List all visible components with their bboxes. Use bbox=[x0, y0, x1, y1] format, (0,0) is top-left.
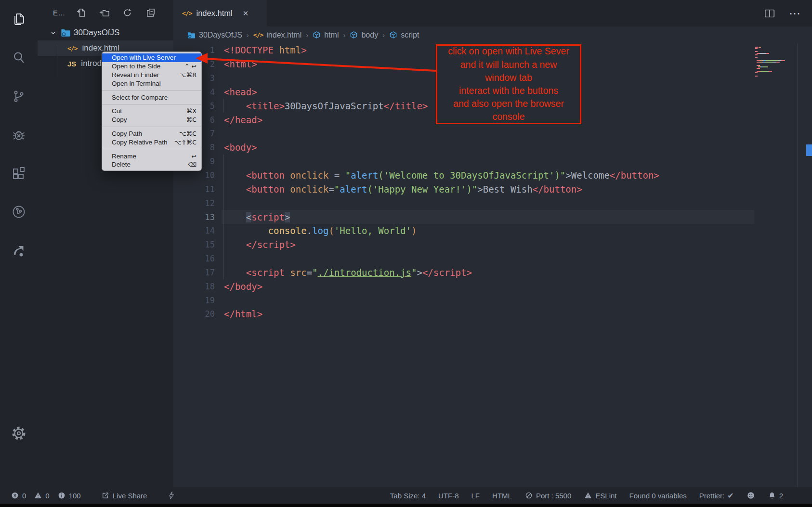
menu-item-rename[interactable]: Rename↩ bbox=[102, 152, 201, 160]
eol-setting[interactable]: LF bbox=[471, 492, 480, 500]
code-line-14[interactable]: 14 console.log('Hello, World') bbox=[173, 224, 812, 238]
line-number: 20 bbox=[173, 309, 215, 319]
menu-item-open-with-live-server[interactable]: Open with Live Server bbox=[102, 53, 201, 62]
code-line-9[interactable]: 9 bbox=[173, 155, 812, 169]
prettier-status[interactable]: Prettier: ✔ bbox=[699, 491, 734, 500]
folder-label: 30DaysOfJS bbox=[74, 28, 119, 38]
menu-item-reveal-in-finder[interactable]: Reveal in Finder⌥⌘R bbox=[102, 71, 201, 79]
explorer-icon[interactable] bbox=[0, 0, 38, 39]
feedback-smiley[interactable] bbox=[747, 491, 755, 500]
code-line-10[interactable]: 10 <button onclick = "alert('Welcome to … bbox=[173, 169, 812, 182]
eslint-status[interactable]: ESLint bbox=[584, 491, 616, 500]
breadcrumb: 30DaysOfJS › </> index.html › html › bod… bbox=[187, 26, 419, 43]
code-line-18[interactable]: 18</body> bbox=[173, 279, 812, 293]
collapse-folders-icon[interactable] bbox=[145, 8, 156, 18]
line-number: 18 bbox=[173, 282, 215, 291]
vscode-window: E… bbox=[0, 0, 812, 507]
symbol-cube-icon bbox=[350, 31, 358, 39]
code-line-17[interactable]: 17 <script src="./introduction.js"></scr… bbox=[173, 266, 812, 280]
breadcrumb-root[interactable]: 30DaysOfJS bbox=[187, 31, 242, 39]
line-number: 17 bbox=[173, 268, 215, 277]
breadcrumb-symbol-html[interactable]: html bbox=[313, 31, 339, 39]
settings-gear-icon[interactable] bbox=[0, 414, 38, 453]
warning-icon bbox=[584, 491, 592, 500]
check-icon: ✔ bbox=[727, 491, 733, 500]
tab-bar: </> index.html ✕ ⋯ bbox=[173, 0, 812, 26]
code-line-12[interactable]: 12 bbox=[173, 196, 812, 210]
menu-item-copy[interactable]: Copy⌘C bbox=[102, 116, 201, 124]
source-control-icon[interactable] bbox=[0, 77, 38, 116]
more-actions-icon[interactable]: ⋯ bbox=[789, 8, 801, 19]
bolt-icon bbox=[167, 491, 176, 500]
folder-icon bbox=[60, 27, 71, 38]
code-line-16[interactable]: 16 bbox=[173, 252, 812, 266]
menu-item-delete[interactable]: Delete⌫ bbox=[102, 160, 201, 169]
smiley-icon bbox=[747, 491, 755, 500]
code-line-8[interactable]: 8<body> bbox=[173, 141, 812, 155]
encoding-setting[interactable]: UTF-8 bbox=[438, 492, 459, 500]
minimap[interactable] bbox=[755, 47, 799, 77]
annotation-box: click on open with Live Sever and it wil… bbox=[436, 44, 581, 124]
new-file-icon[interactable] bbox=[76, 8, 86, 18]
bolt-button[interactable] bbox=[167, 491, 176, 500]
problems-warnings[interactable]: 0 bbox=[34, 491, 49, 500]
live-share-session-icon[interactable] bbox=[0, 193, 38, 231]
breadcrumb-symbol-body[interactable]: body bbox=[350, 31, 378, 39]
tab-index-html[interactable]: </> index.html ✕ bbox=[173, 0, 267, 26]
activity-bar bbox=[0, 0, 38, 487]
extensions-icon[interactable] bbox=[0, 154, 38, 193]
menu-item-open-to-the-side[interactable]: Open to the Side⌃ ↩ bbox=[102, 62, 201, 71]
code-line-20[interactable]: 20</html> bbox=[173, 307, 812, 321]
language-mode[interactable]: HTML bbox=[492, 492, 512, 500]
line-number: 11 bbox=[173, 184, 215, 194]
menu-item-select-for-compare[interactable]: Select for Compare bbox=[102, 93, 201, 102]
line-number: 15 bbox=[173, 240, 215, 249]
live-share-button[interactable]: Live Share bbox=[101, 491, 147, 500]
line-number: 13 bbox=[173, 212, 215, 222]
status-bar: 0 0 100 Live Share bbox=[0, 487, 812, 504]
split-editor-icon[interactable] bbox=[764, 8, 775, 19]
explorer-title: E… bbox=[53, 9, 65, 17]
code-line-7[interactable]: 7 bbox=[173, 127, 812, 141]
menu-separator bbox=[102, 149, 201, 149]
warning-icon bbox=[34, 491, 42, 500]
menu-item-copy-relative-path[interactable]: Copy Relative Path⌥⇧⌘C bbox=[102, 138, 201, 146]
error-icon bbox=[11, 491, 19, 500]
tree-folder-root[interactable]: 30DaysOfJS bbox=[38, 25, 173, 40]
tab-close-icon[interactable]: ✕ bbox=[243, 9, 249, 18]
info-count[interactable]: 100 bbox=[57, 491, 81, 500]
html-file-icon: </> bbox=[182, 10, 192, 17]
new-folder-icon[interactable] bbox=[99, 8, 109, 18]
problems-errors[interactable]: 0 bbox=[11, 491, 26, 500]
info-icon bbox=[57, 491, 66, 500]
breadcrumb-file[interactable]: </> index.html bbox=[253, 31, 301, 39]
js-file-icon: JS bbox=[67, 60, 76, 68]
notifications[interactable]: 2 bbox=[768, 491, 783, 500]
run-debug-icon[interactable] bbox=[0, 116, 38, 154]
line-number: 14 bbox=[173, 226, 215, 235]
tab-label: index.html bbox=[196, 9, 232, 18]
menu-item-cut[interactable]: Cut⌘X bbox=[102, 107, 201, 116]
code-line-13[interactable]: 13 <script> bbox=[173, 210, 812, 224]
menu-item-copy-path[interactable]: Copy Path⌥⌘C bbox=[102, 130, 201, 138]
share-feedback-icon[interactable] bbox=[0, 231, 38, 270]
menu-item-open-in-terminal[interactable]: Open in Terminal bbox=[102, 79, 201, 88]
menu-separator bbox=[102, 127, 201, 127]
tab-size-setting[interactable]: Tab Size: 4 bbox=[390, 492, 426, 500]
symbol-cube-icon bbox=[313, 31, 321, 39]
line-number: 10 bbox=[173, 170, 215, 180]
live-server-port[interactable]: Port : 5500 bbox=[524, 491, 571, 500]
search-icon[interactable] bbox=[0, 39, 38, 77]
breadcrumb-symbol-script[interactable]: script bbox=[389, 31, 419, 39]
refresh-icon[interactable] bbox=[122, 8, 132, 18]
code-line-15[interactable]: 15 </script> bbox=[173, 238, 812, 252]
folder-icon bbox=[187, 31, 196, 39]
html-file-icon: </> bbox=[253, 31, 263, 39]
code-line-19[interactable]: 19 bbox=[173, 293, 812, 307]
tree-indent-guide bbox=[57, 45, 57, 77]
bell-icon bbox=[768, 491, 776, 500]
code-line-11[interactable]: 11 <button onclick="alert('Happy New Yea… bbox=[173, 182, 812, 196]
overview-cursor-marker bbox=[806, 144, 812, 156]
variables-found[interactable]: Found 0 variables bbox=[629, 492, 686, 500]
circle-slash-icon bbox=[524, 491, 533, 500]
